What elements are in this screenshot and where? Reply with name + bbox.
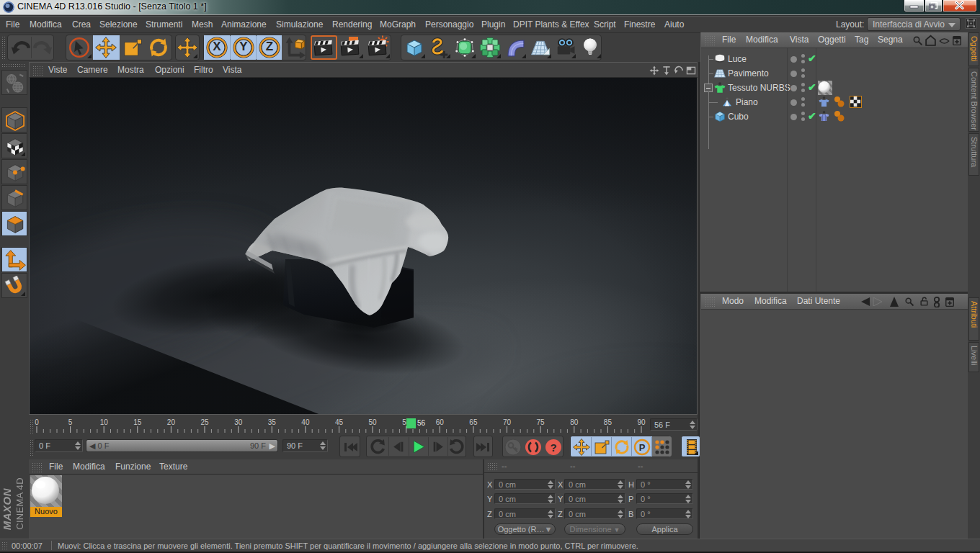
svg-text:0: 0 — [35, 418, 39, 426]
svg-text:50: 50 — [369, 418, 378, 426]
svg-text:15: 15 — [133, 418, 142, 426]
svg-text:5: 5 — [68, 418, 73, 426]
svg-text:25: 25 — [200, 418, 209, 426]
svg-text:20: 20 — [167, 418, 176, 426]
svg-text:?: ? — [550, 441, 556, 454]
svg-text:30: 30 — [234, 418, 243, 426]
svg-text:65: 65 — [469, 418, 478, 426]
svg-text:35: 35 — [268, 418, 277, 426]
svg-text:75: 75 — [537, 418, 545, 426]
svg-text:40: 40 — [301, 418, 310, 426]
svg-text:P: P — [639, 442, 646, 453]
svg-text:85: 85 — [604, 418, 612, 426]
svg-text:45: 45 — [335, 418, 344, 426]
svg-text:90: 90 — [637, 418, 646, 426]
svg-text:80: 80 — [570, 418, 579, 426]
svg-text:10: 10 — [100, 418, 109, 426]
svg-text:70: 70 — [503, 418, 512, 426]
svg-text:60: 60 — [436, 418, 445, 426]
